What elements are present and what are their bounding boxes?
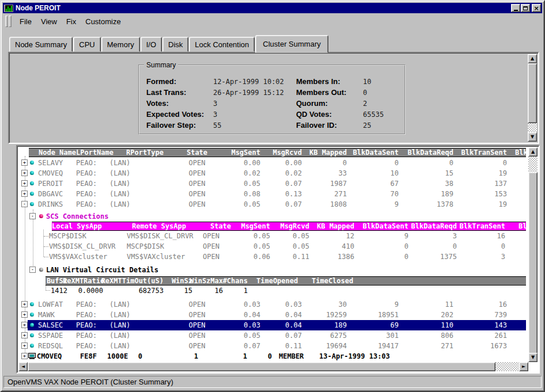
scroll-thumb[interactable] xyxy=(528,63,537,123)
cell: 0.05 xyxy=(221,178,260,189)
lan-details-branch[interactable]: - LAN Virtual Circuit Details xyxy=(18,265,526,275)
summary-scrollbar[interactable]: ▲ ▼ xyxy=(528,54,537,142)
node-status-icon xyxy=(30,161,34,165)
status-text: OpenVMS VAX Node PEROIT (Cluster Summary… xyxy=(7,378,173,386)
table-row-lowfat[interactable]: + LOWFAT PEAO: (LAN) OPEN 0.03 0.03 30 9… xyxy=(18,299,526,310)
cell: DBGAVC xyxy=(38,189,75,199)
column-header: BlkDataReqd xyxy=(404,222,457,230)
cell: 0.08 xyxy=(221,189,260,199)
column-header: Node Name xyxy=(39,149,79,157)
collapse-icon[interactable]: - xyxy=(29,267,36,273)
tab-io[interactable]: I/O xyxy=(141,37,162,52)
maximize-button[interactable] xyxy=(521,4,530,12)
menu-fix[interactable]: Fix xyxy=(62,16,81,28)
cell: OPEN xyxy=(173,189,221,199)
cell: PEAO: xyxy=(76,189,108,199)
scroll-up-button[interactable]: ▲ xyxy=(528,54,537,63)
expand-icon[interactable]: + xyxy=(21,332,28,338)
cell: 33 xyxy=(304,168,347,178)
close-button[interactable]: × xyxy=(532,4,541,12)
minimize-button[interactable] xyxy=(511,4,520,12)
cell: OPEN xyxy=(173,199,221,210)
field-value: 26-Apr-1999 15:12 xyxy=(213,89,284,97)
table-row-dbgavc[interactable]: + DBGAVC PEAO: (LAN) OPEN 0.08 0.13 271 … xyxy=(18,189,526,199)
tab-cluster-summary[interactable]: Cluster Summary xyxy=(255,35,328,53)
scs-connections-branch[interactable]: - SCS Connections xyxy=(18,212,526,221)
menu-customize[interactable]: Customize xyxy=(81,16,125,28)
summary-row: Formed: 12-Apr-1999 10:02 Members In: 10 xyxy=(139,77,404,86)
expand-icon[interactable]: + xyxy=(21,301,28,307)
table-row-member-cmoveq[interactable]: + CMOVEQ FE8F 1000E 0 1 1 0 MEMBER 13-Ap… xyxy=(18,351,526,361)
scroll-down-button[interactable]: ▼ xyxy=(528,353,538,362)
field-label: Members Out: xyxy=(296,88,346,97)
expand-icon[interactable]: + xyxy=(21,170,28,176)
tab-cpu[interactable]: CPU xyxy=(73,37,100,52)
expand-icon[interactable]: + xyxy=(21,322,28,328)
tab-node-summary[interactable]: Node Summary xyxy=(9,37,73,52)
cell: PEAO: xyxy=(76,299,108,310)
scroll-down-icon: ▼ xyxy=(531,135,534,139)
cell: 19259 xyxy=(304,310,347,320)
cell: 0.03 xyxy=(263,299,302,310)
scroll-up-button[interactable]: ▲ xyxy=(528,147,538,157)
table-vertical-scrollbar[interactable]: ▲ ▼ xyxy=(528,147,538,362)
cell: 0.05 xyxy=(270,231,309,241)
table-row-drinks[interactable]: - DRINKS PEAO: (LAN) OPEN 0.05 0.07 1808… xyxy=(18,199,526,210)
table-row-salsec-selected[interactable]: + SALSEC PEAO: (LAN) OPEN 0.03 0.04 189 … xyxy=(18,320,526,330)
scroll-down-button[interactable]: ▼ xyxy=(528,132,537,142)
expand-icon[interactable]: + xyxy=(21,311,28,318)
scroll-thumb[interactable] xyxy=(28,362,495,371)
table-row-cmoveq[interactable]: + CMOVEQ PEAO: (LAN) OPEN 0.02 0.02 33 1… xyxy=(18,168,526,178)
column-header: BlkTranSent xyxy=(454,222,505,230)
node-status-icon xyxy=(30,323,34,327)
column-header: BlkTranSent xyxy=(456,149,507,157)
field-value: 25 xyxy=(363,121,371,130)
scroll-left-icon: ◄ xyxy=(21,364,25,369)
scroll-left-button[interactable]: ◄ xyxy=(18,362,28,371)
expand-icon[interactable]: + xyxy=(21,342,28,349)
expand-icon[interactable]: + xyxy=(21,180,28,187)
cell: PEAO: xyxy=(76,320,108,330)
table-row-sspade[interactable]: + SSPADE PEAO: (LAN) OPEN 0.05 0.07 6275… xyxy=(18,330,526,341)
cell: 682753 xyxy=(99,286,164,296)
summary-legend: Summary xyxy=(144,61,178,69)
tab-lock-contention[interactable]: Lock Contention xyxy=(189,37,255,52)
scroll-thumb[interactable] xyxy=(528,172,538,354)
scs-row[interactable]: VMS$DISK_CL_DRVR MSCP$DISK OPEN 0.05 0.0… xyxy=(18,241,526,252)
cell: 1386 xyxy=(312,252,354,262)
collapse-icon[interactable]: - xyxy=(21,201,28,207)
scs-row[interactable]: MSCP$DISK VMS$DISK_CL_DRVR OPEN 0.05 0.0… xyxy=(18,231,526,241)
tab-memory[interactable]: Memory xyxy=(101,37,140,52)
scs-row[interactable]: VMS$VAXcluster VMS$VAXcluster OPEN 0.06 … xyxy=(18,252,526,262)
field-value: 2 xyxy=(363,100,367,108)
expand-icon[interactable]: + xyxy=(21,353,28,359)
column-header: State xyxy=(173,149,221,157)
cell: OPEN xyxy=(173,168,221,178)
menu-view[interactable]: View xyxy=(36,16,62,28)
lan-row[interactable]: 1412 0.0000 682753 15 16 1 xyxy=(18,286,526,295)
scroll-right-button[interactable]: ► xyxy=(519,362,528,371)
menu-grip[interactable] xyxy=(9,16,12,27)
computer-icon-screen xyxy=(30,355,34,357)
app-icon-bar xyxy=(11,6,12,12)
table-row-mawk[interactable]: + MAWK PEAO: (LAN) OPEN 0.04 0.04 19259 … xyxy=(18,310,526,320)
cell: PEAO: xyxy=(76,178,108,189)
cell: PEROIT xyxy=(38,178,75,189)
cell: 0 xyxy=(304,158,347,168)
menu-file[interactable]: File xyxy=(15,16,36,28)
cell: MSCP$DISK xyxy=(127,241,200,252)
node-status-icon xyxy=(30,202,34,206)
tab-disk[interactable]: Disk xyxy=(162,37,188,52)
collapse-icon[interactable]: - xyxy=(29,213,36,219)
table-row-peroit[interactable]: + PEROIT PEAO: (LAN) OPEN 0.05 0.07 1987… xyxy=(18,178,526,189)
scroll-down-icon: ▼ xyxy=(531,355,535,360)
lan-details-label: LAN Virtual Circuit Details xyxy=(46,265,158,275)
titlebar[interactable]: Node PEROIT × xyxy=(3,3,542,13)
table-row-redsql[interactable]: + REDSQL PEAO: (LAN) OPEN 0.07 0.11 1969… xyxy=(18,341,526,351)
table-row-selavy[interactable]: + SELAVY PEAO: (LAN) OPEN 0.00 0.00 0 0 … xyxy=(18,158,526,168)
menu-grip[interactable] xyxy=(5,16,8,27)
expand-icon[interactable]: + xyxy=(21,159,28,166)
app-icon-bar-chart[interactable] xyxy=(4,5,13,12)
table-horizontal-scrollbar[interactable]: ◄ ► xyxy=(18,362,528,371)
expand-icon[interactable]: + xyxy=(21,191,28,197)
